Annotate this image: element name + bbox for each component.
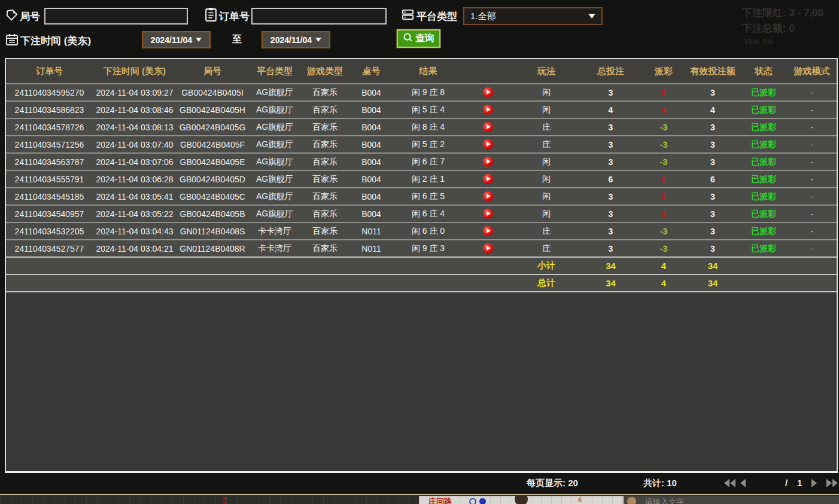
- filter-bar: 局号 订单号 平台类型 1.全部 下注时间 (美东) 2024/11/04 至 …: [0, 0, 839, 55]
- bet-time-label: 下注时间 (美东): [20, 34, 91, 48]
- cell-platform: AG旗舰厅: [248, 101, 301, 118]
- column-header: 订单号: [6, 59, 93, 84]
- chat-input-placeholder: 请输入文字: [645, 497, 684, 504]
- subtotal-total-bet: 34: [579, 257, 642, 274]
- cell-order-no: 241104034545185: [6, 188, 93, 205]
- date-to-picker[interactable]: 2024/11/04: [262, 31, 330, 48]
- query-button[interactable]: 查询: [397, 29, 440, 48]
- play-replay-icon[interactable]: [483, 105, 493, 115]
- cell-payout: 3: [642, 84, 685, 101]
- cell-total-bet: 3: [579, 188, 642, 205]
- total-count-label: 共计: 10: [643, 478, 677, 489]
- cell-game-type: 百家乐: [301, 136, 349, 153]
- cell-payout: 3: [642, 188, 685, 205]
- cell-round-no: GB00424B0405C: [177, 188, 248, 205]
- cell-bet-type: 庄: [513, 136, 579, 153]
- cell-status: 已派彩: [740, 205, 787, 222]
- cell-replay: [463, 205, 513, 222]
- cell-game-type: 百家乐: [301, 240, 349, 257]
- play-replay-icon[interactable]: [483, 139, 493, 149]
- clipboard-icon: [204, 7, 218, 25]
- cell-total-bet: 4: [579, 101, 642, 118]
- cell-round-no: GB00424B0405I: [177, 84, 248, 101]
- play-replay-icon[interactable]: [483, 122, 493, 132]
- platform-type-label: 平台类型: [417, 10, 457, 23]
- round-no-input[interactable]: [44, 8, 188, 25]
- cell-valid-bet: 3: [685, 136, 740, 153]
- date-range-to-label: 至: [232, 33, 242, 46]
- first-page-button[interactable]: [724, 479, 735, 487]
- cell-replay: [463, 153, 513, 170]
- cell-valid-bet: 3: [685, 188, 740, 205]
- cell-game-type: 百家乐: [301, 153, 349, 170]
- column-header: 状态: [740, 59, 787, 84]
- cell-round-no: GB00424B0405D: [177, 170, 248, 188]
- cell-payout: -3: [642, 240, 685, 257]
- underlay-strip: 庄问路 6 请输入文字: [0, 494, 839, 504]
- cell-table-no: B004: [349, 136, 394, 153]
- column-header: 派彩: [642, 59, 685, 84]
- cell-replay: [463, 240, 513, 257]
- cell-platform: AG旗舰厅: [248, 205, 301, 222]
- cell-bet-type: 闲: [513, 170, 579, 188]
- play-replay-icon[interactable]: [483, 209, 493, 219]
- grand-total-payout: 4: [642, 274, 685, 292]
- cell-status: 已派彩: [740, 240, 787, 257]
- table-row: 2411040345322052024-11-04 03:04:43GN0112…: [6, 222, 837, 240]
- first-page-icon: [730, 479, 735, 487]
- roadmap-grid: [0, 496, 419, 504]
- cell-result: 闲 6 庄 7: [394, 153, 463, 170]
- cell-result: 闲 6 庄 4: [394, 205, 463, 222]
- play-replay-icon[interactable]: [483, 87, 493, 97]
- cell-payout: -3: [642, 153, 685, 170]
- cell-order-no: 241104034555791: [6, 170, 93, 188]
- column-header: 下注时间 (美东): [93, 59, 177, 84]
- ghost-bet-limit-text: 下注限红: 3 - 7,00: [742, 6, 823, 20]
- play-replay-icon[interactable]: [483, 174, 493, 184]
- pagination-bar: 每页显示: 20 共计: 10 1 / 1: [0, 473, 839, 494]
- chevron-down-icon: [315, 38, 321, 42]
- table-row: 2411040345451852024-11-04 03:05:41GB0042…: [6, 188, 837, 205]
- cell-bet-type: 闲: [513, 205, 579, 222]
- cell-total-bet: 3: [579, 153, 642, 170]
- per-page-label: 每页显示: 20: [527, 478, 578, 489]
- cell-order-no: 241104034571256: [6, 136, 93, 153]
- cell-bet-time: 2024-11-04 03:05:41: [93, 188, 177, 205]
- cell-order-no: 241104034540957: [6, 205, 93, 222]
- play-replay-icon[interactable]: [483, 226, 493, 236]
- last-page-button[interactable]: [826, 479, 838, 487]
- play-replay-icon[interactable]: [483, 157, 493, 167]
- cell-game-type: 百家乐: [301, 222, 349, 240]
- cell-order-no: 241104034578726: [6, 118, 93, 136]
- cell-table-no: N011: [349, 240, 394, 257]
- date-from-picker[interactable]: 2024/11/04: [142, 31, 211, 48]
- avatar: [515, 496, 528, 504]
- prev-page-button[interactable]: [740, 479, 746, 487]
- cell-bet-time: 2024-11-04 03:08:46: [93, 101, 177, 118]
- last-page-icon: [832, 479, 838, 487]
- cell-platform: AG旗舰厅: [248, 136, 301, 153]
- cell-payout: 3: [642, 205, 685, 222]
- cell-order-no: 241104034563787: [6, 153, 93, 170]
- order-no-input[interactable]: [251, 8, 387, 25]
- date-to-value: 2024/11/04: [270, 35, 312, 45]
- cell-bet-type: 庄: [513, 222, 579, 240]
- cell-result: 闲 5 庄 4: [394, 101, 463, 118]
- cell-valid-bet: 3: [685, 222, 740, 240]
- play-replay-icon[interactable]: [483, 191, 493, 201]
- cell-bet-type: 庄: [513, 240, 579, 257]
- cell-replay: [463, 101, 513, 118]
- cell-game-mode: -: [787, 101, 837, 118]
- cell-table-no: B004: [349, 188, 394, 205]
- platform-type-select[interactable]: 1.全部: [463, 7, 603, 25]
- cell-status: 已派彩: [740, 170, 787, 188]
- next-page-button[interactable]: [811, 479, 817, 487]
- cell-game-type: 百家乐: [301, 84, 349, 101]
- calendar-icon: [5, 32, 19, 49]
- cell-platform: AG旗舰厅: [248, 170, 301, 188]
- cell-round-no: GB00424B0405G: [177, 118, 248, 136]
- play-replay-icon[interactable]: [483, 243, 493, 253]
- ghost-bet-total-text: 下注总额: 0: [742, 22, 795, 35]
- grand-total-total-bet: 34: [579, 274, 642, 292]
- cell-total-bet: 3: [579, 118, 642, 136]
